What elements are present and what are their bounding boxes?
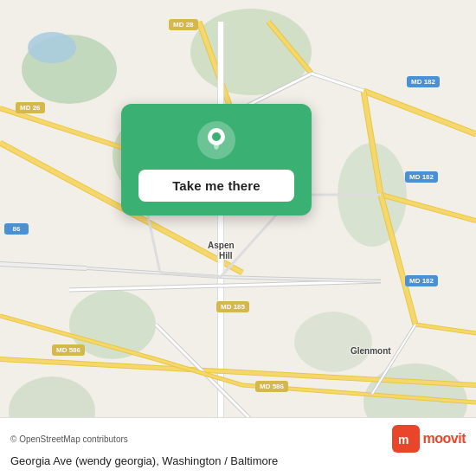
badge-md586-left: MD 586	[52, 344, 85, 356]
svg-point-5	[294, 312, 372, 372]
location-title: Georgia Ave (wendy georgia), Washington …	[10, 454, 466, 467]
svg-line-26	[0, 264, 87, 268]
svg-point-8	[28, 32, 76, 63]
badge-86-left: 86	[4, 223, 29, 235]
map-svg	[0, 0, 476, 476]
badge-md185-mid: MD 185	[216, 301, 249, 312]
svg-line-42	[0, 108, 134, 151]
popup-card: Take me there	[121, 104, 312, 215]
svg-line-18	[363, 91, 476, 134]
osm-credit: © OpenStreetMap contributors	[10, 434, 128, 444]
svg-line-56	[415, 325, 476, 333]
place-aspen: Aspen	[208, 241, 235, 250]
bottom-bar: © OpenStreetMap contributors m moovit Ge…	[0, 417, 476, 476]
location-pin-icon	[196, 119, 237, 161]
map-container: MD 28 MD 26 MD 182 MD 182 86 MD 185 MD 5…	[0, 0, 476, 476]
svg-text:m: m	[398, 433, 408, 447]
badge-md182-bot: MD 182	[405, 275, 438, 286]
moovit-icon: m	[392, 425, 420, 453]
svg-point-62	[214, 141, 219, 150]
svg-line-48	[312, 74, 363, 91]
svg-line-28	[69, 281, 381, 290]
take-me-there-button[interactable]: Take me there	[138, 170, 294, 202]
place-glenmont: Glenmont	[351, 346, 391, 356]
moovit-logo: m moovit	[392, 425, 466, 453]
badge-md182-right-top: MD 182	[407, 76, 440, 87]
badge-md586-bot: MD 586	[255, 381, 288, 392]
place-hill: Hill	[219, 251, 233, 261]
badge-md182-right-mid: MD 182	[405, 171, 438, 183]
moovit-text: moovit	[423, 431, 466, 447]
badge-md26-left: MD 26	[16, 102, 45, 113]
badge-md28-top: MD 28	[169, 19, 198, 30]
